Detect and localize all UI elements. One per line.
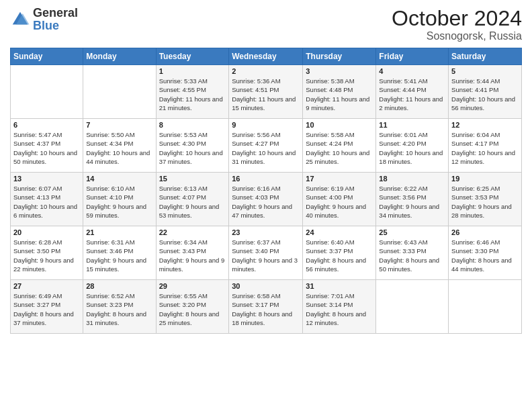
day-info: Sunrise: 5:44 AM Sunset: 4:41 PM Dayligh…: [451, 77, 519, 112]
day-cell: 4Sunrise: 5:41 AM Sunset: 4:44 PM Daylig…: [376, 65, 449, 119]
day-cell: [83, 65, 156, 119]
day-number: 19: [451, 175, 519, 183]
day-number: 13: [13, 175, 80, 183]
day-number: 27: [13, 282, 80, 290]
day-info: Sunrise: 5:50 AM Sunset: 4:34 PM Dayligh…: [86, 130, 152, 166]
day-info: Sunrise: 6:07 AM Sunset: 4:13 PM Dayligh…: [13, 184, 80, 220]
day-cell: 21Sunrise: 6:31 AM Sunset: 3:46 PM Dayli…: [83, 226, 156, 280]
day-cell: 14Sunrise: 6:10 AM Sunset: 4:10 PM Dayli…: [83, 173, 156, 226]
day-info: Sunrise: 6:25 AM Sunset: 3:53 PM Dayligh…: [451, 184, 519, 220]
day-cell: 17Sunrise: 6:19 AM Sunset: 4:00 PM Dayli…: [303, 173, 376, 226]
day-cell: 11Sunrise: 6:01 AM Sunset: 4:20 PM Dayli…: [376, 119, 449, 173]
logo-icon: [10, 9, 30, 30]
day-info: Sunrise: 6:40 AM Sunset: 3:37 PM Dayligh…: [306, 238, 373, 273]
day-info: Sunrise: 6:46 AM Sunset: 3:30 PM Dayligh…: [451, 238, 519, 273]
day-number: 7: [86, 121, 152, 129]
day-info: Sunrise: 6:10 AM Sunset: 4:10 PM Dayligh…: [86, 184, 152, 220]
day-cell: 8Sunrise: 5:53 AM Sunset: 4:30 PM Daylig…: [156, 119, 229, 173]
week-row-4: 27Sunrise: 6:49 AM Sunset: 3:27 PM Dayli…: [11, 280, 522, 334]
day-cell: 7Sunrise: 5:50 AM Sunset: 4:34 PM Daylig…: [83, 119, 156, 173]
header: General Blue October 2024 Sosnogorsk, Ru…: [10, 7, 522, 42]
day-cell: 1Sunrise: 5:33 AM Sunset: 4:55 PM Daylig…: [156, 65, 229, 119]
calendar-body: 1Sunrise: 5:33 AM Sunset: 4:55 PM Daylig…: [11, 65, 522, 334]
day-number: 2: [232, 67, 300, 75]
day-info: Sunrise: 6:16 AM Sunset: 4:03 PM Dayligh…: [232, 184, 300, 220]
day-cell: 2Sunrise: 5:36 AM Sunset: 4:51 PM Daylig…: [229, 65, 303, 119]
header-friday: Friday: [376, 48, 449, 65]
day-cell: 28Sunrise: 6:52 AM Sunset: 3:23 PM Dayli…: [83, 280, 156, 334]
day-cell: 12Sunrise: 6:04 AM Sunset: 4:17 PM Dayli…: [449, 119, 522, 173]
header-tuesday: Tuesday: [156, 48, 229, 65]
day-cell: 22Sunrise: 6:34 AM Sunset: 3:43 PM Dayli…: [156, 226, 229, 280]
day-number: 3: [306, 67, 373, 75]
day-cell: 27Sunrise: 6:49 AM Sunset: 3:27 PM Dayli…: [11, 280, 83, 334]
day-cell: 16Sunrise: 6:16 AM Sunset: 4:03 PM Dayli…: [229, 173, 303, 226]
logo: General Blue: [10, 7, 78, 32]
day-number: 24: [306, 228, 373, 236]
day-info: Sunrise: 6:34 AM Sunset: 3:43 PM Dayligh…: [159, 238, 226, 273]
day-cell: 10Sunrise: 5:58 AM Sunset: 4:24 PM Dayli…: [303, 119, 376, 173]
calendar: SundayMondayTuesdayWednesdayThursdayFrid…: [10, 48, 522, 334]
day-cell: 25Sunrise: 6:43 AM Sunset: 3:33 PM Dayli…: [376, 226, 449, 280]
day-info: Sunrise: 6:31 AM Sunset: 3:46 PM Dayligh…: [86, 238, 152, 273]
day-number: 18: [379, 175, 445, 183]
day-number: 6: [13, 121, 80, 129]
day-cell: 3Sunrise: 5:38 AM Sunset: 4:48 PM Daylig…: [303, 65, 376, 119]
day-number: 8: [159, 121, 226, 129]
day-info: Sunrise: 6:49 AM Sunset: 3:27 PM Dayligh…: [13, 291, 80, 327]
day-number: 20: [13, 228, 80, 236]
day-number: 12: [451, 121, 519, 129]
calendar-header-row: SundayMondayTuesdayWednesdayThursdayFrid…: [11, 48, 522, 65]
header-thursday: Thursday: [303, 48, 376, 65]
week-row-2: 13Sunrise: 6:07 AM Sunset: 4:13 PM Dayli…: [11, 173, 522, 226]
day-cell: 13Sunrise: 6:07 AM Sunset: 4:13 PM Dayli…: [11, 173, 83, 226]
day-number: 29: [159, 282, 226, 290]
header-wednesday: Wednesday: [229, 48, 303, 65]
day-number: 16: [232, 175, 300, 183]
day-info: Sunrise: 6:28 AM Sunset: 3:50 PM Dayligh…: [13, 238, 80, 273]
day-number: 25: [379, 228, 445, 236]
day-number: 11: [379, 121, 445, 129]
day-info: Sunrise: 6:58 AM Sunset: 3:17 PM Dayligh…: [232, 291, 300, 327]
title-block: October 2024 Sosnogorsk, Russia: [392, 7, 522, 42]
day-info: Sunrise: 5:38 AM Sunset: 4:48 PM Dayligh…: [306, 77, 373, 112]
day-number: 21: [86, 228, 152, 236]
day-number: 23: [232, 228, 300, 236]
day-cell: 24Sunrise: 6:40 AM Sunset: 3:37 PM Dayli…: [303, 226, 376, 280]
day-number: 1: [159, 67, 226, 75]
day-number: 28: [86, 282, 152, 290]
day-info: Sunrise: 6:04 AM Sunset: 4:17 PM Dayligh…: [451, 130, 519, 166]
day-number: 9: [232, 121, 300, 129]
day-info: Sunrise: 6:37 AM Sunset: 3:40 PM Dayligh…: [232, 238, 300, 273]
day-cell: 30Sunrise: 6:58 AM Sunset: 3:17 PM Dayli…: [229, 280, 303, 334]
week-row-0: 1Sunrise: 5:33 AM Sunset: 4:55 PM Daylig…: [11, 65, 522, 119]
header-sunday: Sunday: [11, 48, 83, 65]
day-info: Sunrise: 6:43 AM Sunset: 3:33 PM Dayligh…: [379, 238, 445, 273]
day-info: Sunrise: 6:55 AM Sunset: 3:20 PM Dayligh…: [159, 291, 226, 327]
day-info: Sunrise: 6:01 AM Sunset: 4:20 PM Dayligh…: [379, 130, 445, 166]
day-number: 17: [306, 175, 373, 183]
day-cell: [376, 280, 449, 334]
day-cell: 5Sunrise: 5:44 AM Sunset: 4:41 PM Daylig…: [449, 65, 522, 119]
day-info: Sunrise: 5:53 AM Sunset: 4:30 PM Dayligh…: [159, 130, 226, 166]
day-number: 30: [232, 282, 300, 290]
day-cell: 18Sunrise: 6:22 AM Sunset: 3:56 PM Dayli…: [376, 173, 449, 226]
day-cell: [11, 65, 83, 119]
day-cell: 23Sunrise: 6:37 AM Sunset: 3:40 PM Dayli…: [229, 226, 303, 280]
day-cell: 15Sunrise: 6:13 AM Sunset: 4:07 PM Dayli…: [156, 173, 229, 226]
day-info: Sunrise: 5:33 AM Sunset: 4:55 PM Dayligh…: [159, 77, 226, 112]
day-cell: 19Sunrise: 6:25 AM Sunset: 3:53 PM Dayli…: [449, 173, 522, 226]
day-cell: 26Sunrise: 6:46 AM Sunset: 3:30 PM Dayli…: [449, 226, 522, 280]
logo-general: General: [33, 6, 78, 19]
week-row-3: 20Sunrise: 6:28 AM Sunset: 3:50 PM Dayli…: [11, 226, 522, 280]
day-cell: [449, 280, 522, 334]
day-info: Sunrise: 7:01 AM Sunset: 3:14 PM Dayligh…: [306, 291, 373, 327]
day-info: Sunrise: 6:22 AM Sunset: 3:56 PM Dayligh…: [379, 184, 445, 220]
page: General Blue October 2024 Sosnogorsk, Ru…: [0, 0, 532, 411]
day-number: 15: [159, 175, 226, 183]
day-info: Sunrise: 6:52 AM Sunset: 3:23 PM Dayligh…: [86, 291, 152, 327]
day-cell: 29Sunrise: 6:55 AM Sunset: 3:20 PM Dayli…: [156, 280, 229, 334]
week-row-1: 6Sunrise: 5:47 AM Sunset: 4:37 PM Daylig…: [11, 119, 522, 173]
month-title: October 2024: [392, 7, 522, 30]
location-title: Sosnogorsk, Russia: [392, 30, 522, 42]
